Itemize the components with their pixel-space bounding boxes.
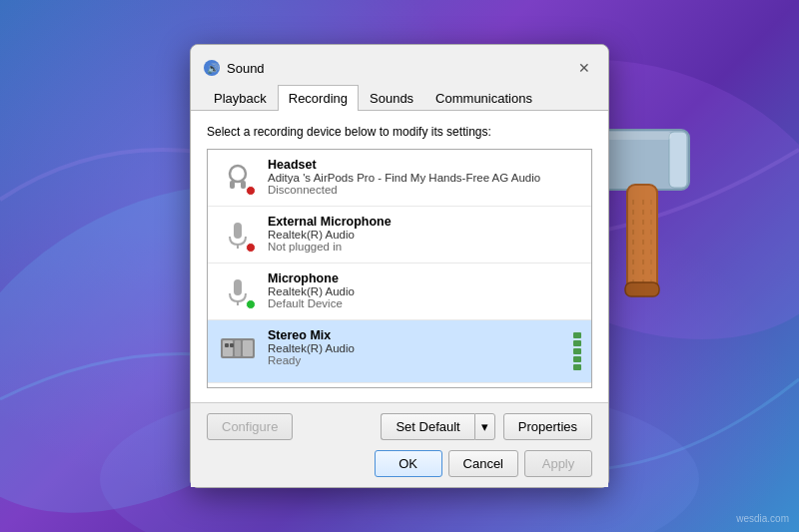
tab-sounds[interactable]: Sounds: [359, 85, 424, 111]
svg-rect-13: [223, 340, 233, 356]
svg-rect-24: [625, 282, 659, 296]
headset-detail: Aditya 's AirPods Pro - Find My Hands-Fr…: [268, 172, 581, 184]
external-mic-icon-wrap: [218, 215, 258, 255]
set-default-button[interactable]: Set Default: [381, 413, 473, 440]
configure-button[interactable]: Configure: [207, 413, 293, 440]
tab-communications[interactable]: Communications: [424, 85, 543, 111]
dialog-body: Select a recording device below to modif…: [191, 111, 608, 402]
headset-status-dot: [246, 186, 256, 196]
properties-button[interactable]: Properties: [503, 413, 592, 440]
stereo-mix-icon: [220, 334, 256, 362]
stereo-mix-icon-wrap: [218, 328, 258, 368]
tab-bar: Playback Recording Sounds Communications: [191, 85, 608, 111]
external-mic-status-dot: [246, 243, 256, 253]
footer-row1: Configure Set Default ▾ Properties: [207, 413, 592, 440]
svg-rect-15: [243, 340, 253, 356]
close-button[interactable]: ✕: [572, 56, 596, 80]
svg-rect-18: [599, 130, 689, 190]
apply-button[interactable]: Apply: [524, 450, 592, 477]
microphone-icon-wrap: [218, 271, 258, 311]
svg-rect-25: [601, 132, 671, 140]
device-item-stereo-mix[interactable]: Stereo Mix Realtek(R) Audio Ready: [208, 320, 591, 383]
microphone-status-dot: [246, 299, 256, 309]
svg-rect-7: [241, 181, 246, 189]
device-list[interactable]: Headset Aditya 's AirPods Pro - Find My …: [207, 149, 592, 388]
headset-info: Headset Aditya 's AirPods Pro - Find My …: [268, 158, 581, 196]
cancel-button[interactable]: Cancel: [448, 450, 518, 477]
vol-seg-3: [573, 348, 581, 354]
dialog-title: Sound: [227, 61, 265, 76]
headset-name: Headset: [268, 158, 581, 172]
svg-rect-14: [235, 340, 241, 356]
stereo-mix-status: Ready: [268, 354, 567, 366]
watermark: wesdia.com: [736, 513, 789, 524]
microphone-name: Microphone: [268, 271, 581, 285]
vol-seg-4: [573, 340, 581, 346]
sound-dialog: 🔊 Sound ✕ Playback Recording Sounds Comm…: [190, 44, 609, 488]
headset-status: Disconnected: [268, 184, 581, 196]
svg-rect-19: [669, 132, 687, 188]
svg-point-5: [230, 166, 246, 182]
svg-rect-10: [234, 279, 242, 295]
footer-row2: OK Cancel Apply: [207, 450, 592, 477]
ok-button[interactable]: OK: [375, 450, 442, 477]
stereo-mix-info: Stereo Mix Realtek(R) Audio Ready: [268, 328, 567, 366]
tab-playback[interactable]: Playback: [203, 85, 278, 111]
sound-icon: 🔊: [203, 59, 221, 77]
device-item-microphone[interactable]: Microphone Realtek(R) Audio Default Devi…: [208, 264, 591, 320]
external-mic-status: Not plugged in: [268, 241, 581, 253]
vol-seg-1: [573, 364, 581, 370]
microphone-detail: Realtek(R) Audio: [268, 285, 581, 297]
external-mic-name: External Microphone: [268, 215, 581, 229]
tab-recording[interactable]: Recording: [278, 85, 359, 111]
stereo-mix-name: Stereo Mix: [268, 328, 567, 342]
volume-bar: [573, 328, 581, 374]
device-item-external-mic[interactable]: External Microphone Realtek(R) Audio Not…: [208, 207, 591, 264]
external-mic-detail: Realtek(R) Audio: [268, 229, 581, 241]
stereo-mix-detail: Realtek(R) Audio: [268, 342, 567, 354]
svg-rect-17: [230, 343, 234, 347]
svg-rect-8: [234, 223, 242, 239]
external-mic-info: External Microphone Realtek(R) Audio Not…: [268, 215, 581, 253]
set-default-arrow-button[interactable]: ▾: [474, 413, 495, 440]
svg-rect-20: [627, 185, 657, 294]
title-left: 🔊 Sound: [203, 59, 265, 77]
headset-icon-wrap: [218, 158, 258, 198]
svg-text:🔊: 🔊: [207, 62, 220, 75]
microphone-status: Default Device: [268, 297, 581, 309]
svg-rect-16: [225, 343, 229, 347]
title-bar: 🔊 Sound ✕: [191, 45, 608, 81]
microphone-info: Microphone Realtek(R) Audio Default Devi…: [268, 271, 581, 309]
set-default-group: Set Default ▾ Properties: [381, 413, 592, 440]
vol-seg-2: [573, 356, 581, 362]
device-item-headset[interactable]: Headset Aditya 's AirPods Pro - Find My …: [208, 150, 591, 207]
dialog-footer: Configure Set Default ▾ Properties OK Ca…: [191, 402, 608, 487]
svg-rect-6: [230, 181, 235, 189]
vol-seg-5: [573, 332, 581, 338]
instruction-text: Select a recording device below to modif…: [207, 125, 592, 139]
